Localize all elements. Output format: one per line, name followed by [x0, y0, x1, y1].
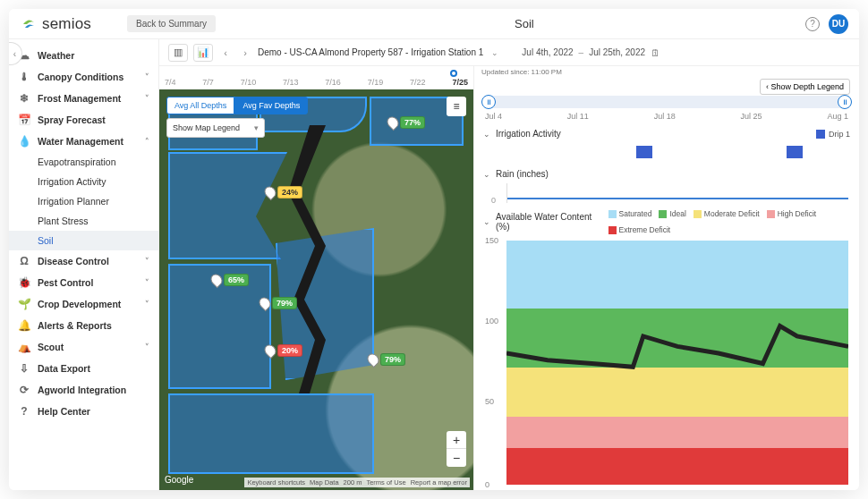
zoom-in-button[interactable]: + — [447, 431, 466, 449]
nav-label: Disease Control — [38, 256, 109, 266]
sidebar-item-crop-development[interactable]: 🌱Crop Development˅ — [9, 293, 158, 315]
axis-tick: Jul 11 — [567, 112, 589, 121]
nav-label: Scout — [38, 342, 64, 352]
google-credit: Google — [165, 475, 193, 485]
drip1-chip — [816, 130, 825, 139]
nav-icon: ⟳ — [18, 384, 30, 396]
zoom-out-button[interactable]: − — [447, 449, 466, 467]
moisture-pin[interactable]: 20% — [265, 344, 302, 357]
map-footer-link[interactable]: Keyboard shortcuts — [247, 478, 305, 486]
nav-label: Frost Management — [38, 93, 121, 104]
sidebar-subitem-soil[interactable]: Soil — [9, 231, 158, 250]
legend-swatch — [659, 210, 667, 218]
map-footer-link[interactable]: 200 m — [344, 478, 362, 486]
moisture-pin[interactable]: 77% — [387, 116, 425, 129]
slider-handle-left[interactable]: ⏸ — [481, 95, 496, 109]
time-range-slider[interactable]: ⏸ ⏸ — [483, 96, 850, 108]
drop-icon — [208, 272, 225, 288]
sidebar-item-help-center[interactable]: ?Help Center — [9, 401, 158, 422]
sidebar-subitem-plant-stress[interactable]: Plant Stress — [9, 211, 158, 231]
nav-icon: 📅 — [18, 114, 30, 126]
rain-line — [507, 198, 848, 199]
awc-legend-item: Ideal — [659, 209, 685, 218]
map-view-icon[interactable]: ▥ — [168, 44, 188, 62]
sidebar-item-data-export[interactable]: ⇩Data Export — [9, 358, 158, 379]
brand-name: semios — [42, 15, 91, 33]
sidebar-item-agworld-integration[interactable]: ⟳Agworld Integration — [9, 379, 158, 401]
slider-handle-right[interactable]: ⏸ — [838, 95, 852, 109]
map-footer-link[interactable]: Report a map error — [411, 478, 467, 486]
sidebar-item-pest-control[interactable]: 🐞Pest Control˅ — [9, 272, 158, 293]
map-footer-link[interactable]: Map Data — [310, 478, 339, 486]
moisture-pct: 79% — [272, 297, 297, 309]
field-map[interactable]: Avg All Depths Avg Fav Depths Show Map L… — [159, 89, 473, 490]
sidebar-subitem-evapotranspiration[interactable]: Evapotranspiration — [9, 152, 158, 172]
sidebar-subitem-irrigation-planner[interactable]: Irrigation Planner — [9, 191, 158, 211]
show-depth-legend-button[interactable]: ‹ Show Depth Legend — [760, 79, 850, 95]
moisture-pin[interactable]: 79% — [260, 297, 297, 309]
ruler-tick: 7/10 — [241, 78, 257, 87]
irrigation-event[interactable] — [787, 146, 803, 158]
irrigation-event[interactable] — [636, 146, 652, 158]
ruler-current-marker[interactable] — [450, 70, 457, 77]
awc-legend-item: Moderate Deficit — [694, 209, 760, 218]
rain-chart: 0 — [506, 183, 848, 203]
sidebar-item-disease-control[interactable]: ΩDisease Control˅ — [9, 250, 158, 272]
avg-fav-depths-tab[interactable]: Avg Fav Depths — [234, 97, 308, 114]
irrigation-section-header[interactable]: ⌄ Irrigation Activity Drip 1 — [480, 126, 854, 141]
sidebar-subitem-irrigation-activity[interactable]: Irrigation Activity — [9, 172, 158, 191]
sidebar-item-weather[interactable]: ☁Weather — [9, 45, 158, 66]
calendar-icon[interactable]: 🗓 — [651, 47, 660, 58]
prev-property-button[interactable]: ‹ — [218, 44, 233, 62]
user-avatar[interactable]: DU — [829, 14, 848, 34]
map-menu-icon[interactable]: ≡ — [447, 97, 466, 116]
sidebar-item-water-management[interactable]: 💧Water Management˄ — [9, 131, 158, 152]
field-polygon[interactable] — [168, 393, 374, 474]
moisture-pct: 77% — [400, 116, 425, 129]
rain-section-header[interactable]: ⌄ Rain (inches) — [480, 166, 854, 182]
chevron-down-icon: ˅ — [145, 72, 149, 81]
nav-icon: ❄ — [18, 92, 30, 105]
map-footer-link[interactable]: Terms of Use — [366, 478, 405, 486]
legend-swatch — [694, 210, 702, 218]
sidebar-item-canopy-conditions[interactable]: 🌡Canopy Conditions˅ — [9, 66, 158, 88]
drop-icon — [262, 184, 278, 200]
moisture-pin[interactable]: 65% — [211, 274, 249, 286]
chart-view-icon[interactable]: 📊 — [193, 44, 213, 62]
drop-icon — [365, 351, 381, 368]
ruler-tick: 7/25 — [452, 78, 468, 87]
awc-ytick: 50 — [485, 397, 494, 406]
sidebar-item-alerts-reports[interactable]: 🔔Alerts & Reports — [9, 315, 158, 336]
ruler-tick: 7/4 — [165, 78, 176, 87]
axis-tick: Aug 1 — [827, 112, 848, 121]
ruler-tick: 7/19 — [368, 78, 384, 87]
date-from[interactable]: Jul 4th, 2022 — [522, 47, 573, 57]
ruler-tick: 7/22 — [410, 78, 426, 87]
moisture-pin[interactable]: 24% — [265, 186, 302, 199]
awc-legend-item: Extreme Deficit — [608, 225, 671, 234]
sidebar-item-frost-management[interactable]: ❄Frost Management˅ — [9, 88, 158, 109]
sidebar-item-scout[interactable]: ⛺Scout˅ — [9, 336, 158, 358]
map-panel: 7/47/77/107/137/167/197/227/25 Avg All D… — [159, 66, 474, 490]
map-legend-select[interactable]: Show Map Legend — [166, 118, 265, 138]
moisture-pin[interactable]: 79% — [368, 353, 405, 366]
sidebar-item-spray-forecast[interactable]: 📅Spray Forecast — [9, 109, 158, 131]
property-selector[interactable]: Demo - US-CA Almond Property 587 - Irrig… — [258, 47, 483, 57]
moisture-pct: 24% — [277, 186, 302, 199]
awc-section-header[interactable]: ⌄ Available Water Content (%) SaturatedI… — [480, 207, 854, 237]
next-property-button[interactable]: › — [238, 44, 252, 62]
awc-title: Available Water Content (%) — [496, 212, 594, 232]
depth-toggle: Avg All Depths Avg Fav Depths — [166, 97, 308, 114]
property-chevron-icon[interactable]: ⌄ — [491, 48, 498, 57]
irrigation-chart — [506, 143, 848, 161]
back-to-summary-button[interactable]: Back to Summary — [127, 15, 216, 32]
avg-all-depths-tab[interactable]: Avg All Depths — [166, 97, 234, 114]
awc-ytick: 0 — [485, 480, 489, 489]
help-icon[interactable]: ? — [805, 17, 820, 31]
chevron-down-icon: ⌄ — [483, 130, 490, 139]
field-polygon[interactable] — [168, 152, 294, 259]
legend-swatch — [608, 226, 617, 234]
legend-swatch — [608, 210, 617, 218]
chevron-down-icon: ˅ — [145, 257, 149, 266]
date-to[interactable]: Jul 25th, 2022 — [589, 47, 645, 57]
